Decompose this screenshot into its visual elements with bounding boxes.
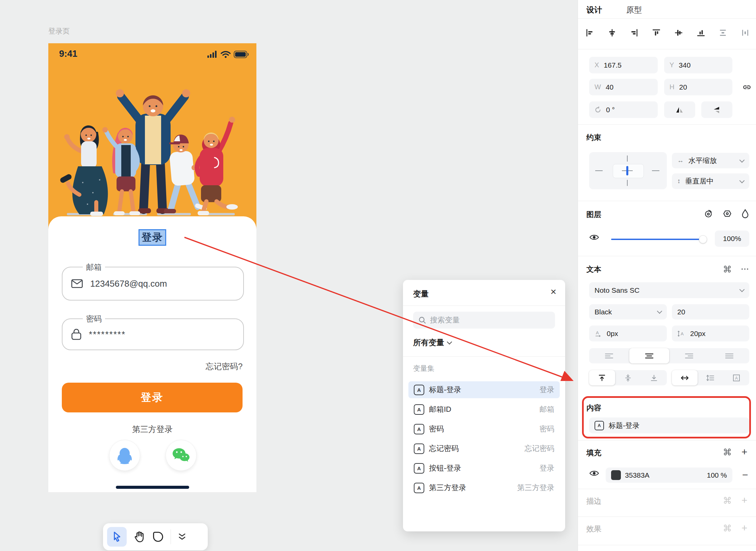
collapse-toolbar-icon[interactable] <box>178 533 186 541</box>
variable-value: 邮箱 <box>539 404 554 414</box>
link-dimensions-icon[interactable] <box>742 83 751 92</box>
hand-tool-icon[interactable] <box>133 531 146 543</box>
variable-set-label: 变量集 <box>413 364 434 373</box>
font-family-select[interactable]: Noto Sans SC <box>589 282 749 298</box>
fill-color-row[interactable]: 35383A 100 % <box>606 468 732 483</box>
forgot-password-link[interactable]: 忘记密码? <box>206 361 243 372</box>
blend-mode-icon[interactable] <box>704 209 713 218</box>
text-variable-icon: A <box>414 483 424 493</box>
align-left-icon[interactable] <box>585 28 594 37</box>
mask-icon[interactable] <box>723 209 732 218</box>
width-input[interactable]: W40 <box>589 79 658 95</box>
variable-name: 密码 <box>429 424 444 434</box>
fill-color-swatch[interactable] <box>611 470 621 480</box>
variable-value: 忘记密码 <box>525 444 554 454</box>
flip-vertical-button[interactable] <box>701 101 732 118</box>
font-weight-select[interactable]: Black <box>589 304 667 319</box>
constraints-widget[interactable] <box>589 152 667 189</box>
variable-row-password[interactable]: A 密码 密码 <box>408 421 560 437</box>
vertical-constraint-select[interactable]: ↕ 垂直居中 <box>672 173 749 189</box>
opacity-value[interactable]: 100% <box>715 231 749 247</box>
add-stroke-icon[interactable]: + <box>741 497 748 504</box>
align-vertical-center-icon[interactable] <box>674 28 683 37</box>
opacity-slider-knob[interactable] <box>699 235 707 243</box>
tab-prototype[interactable]: 原型 <box>626 5 642 15</box>
add-effect-icon[interactable]: + <box>741 525 748 531</box>
horizontal-constraint-select[interactable]: ↔ 水平缩放 <box>672 153 749 168</box>
flip-horizontal-icon <box>676 106 684 114</box>
search-input[interactable]: 搜索变量 <box>413 312 555 329</box>
login-title-selected-text[interactable]: 登录 <box>138 229 166 246</box>
letter-spacing-input[interactable]: A 0px <box>589 326 667 341</box>
w-value: 40 <box>606 83 613 91</box>
effects-styles-icon[interactable] <box>723 524 731 532</box>
close-icon[interactable]: × <box>550 287 556 297</box>
height-input[interactable]: H20 <box>664 79 732 95</box>
font-family-value: Noto Sans SC <box>595 286 639 294</box>
vertical-align-top-button[interactable] <box>589 370 615 385</box>
rotation-input[interactable]: 0 ° <box>589 101 658 118</box>
email-field[interactable]: 邮箱 12345678@qq.com <box>62 267 244 301</box>
comment-tool-icon[interactable] <box>152 531 164 543</box>
fill-styles-icon[interactable] <box>723 448 731 456</box>
distribute-vertical-icon[interactable] <box>719 28 727 37</box>
qq-icon <box>117 447 132 464</box>
text-align-left-button[interactable] <box>589 348 629 363</box>
variable-row-email-id[interactable]: A 邮箱ID 邮箱 <box>408 401 560 418</box>
tab-design[interactable]: 设计 <box>586 5 602 15</box>
variable-value: 密码 <box>539 424 554 434</box>
layer-visibility-eye-icon[interactable] <box>589 233 599 241</box>
vertical-align-bottom-button[interactable] <box>641 370 667 385</box>
variable-value: 登录 <box>539 463 554 473</box>
align-horizontal-center-icon[interactable] <box>608 28 616 37</box>
wechat-login-button[interactable] <box>166 440 197 471</box>
y-input[interactable]: Y340 <box>664 57 732 73</box>
text-styles-icon[interactable] <box>723 265 731 273</box>
lock-icon <box>71 329 81 340</box>
text-align-justify-button[interactable] <box>709 348 750 363</box>
fill-hex-value[interactable]: 35383A <box>625 471 649 479</box>
fill-opacity-value[interactable]: 100 % <box>707 471 727 479</box>
people-illustration <box>48 81 256 217</box>
signal-icon <box>207 51 218 58</box>
constraints-section-title: 约束 <box>586 133 601 143</box>
stroke-styles-icon[interactable] <box>723 496 731 504</box>
text-align-right-button[interactable] <box>669 348 709 363</box>
opacity-drop-icon[interactable] <box>741 209 749 218</box>
fixed-size-button[interactable]: A <box>724 370 749 385</box>
variable-row-third-party[interactable]: A 第三方登录 第三方登录 <box>408 479 560 496</box>
select-tool-button[interactable] <box>107 527 127 547</box>
auto-height-button[interactable] <box>698 370 723 385</box>
distribute-horizontal-icon[interactable] <box>741 28 750 37</box>
font-size-input[interactable]: 20 <box>672 304 749 319</box>
line-height-input[interactable]: A 20px <box>672 326 749 341</box>
constraint-center-handle[interactable] <box>626 166 628 175</box>
align-top-icon[interactable] <box>652 28 661 37</box>
fill-visibility-eye-icon[interactable] <box>589 469 599 477</box>
email-field-value[interactable]: 12345678@qq.com <box>90 279 167 289</box>
frame-label[interactable]: 登录页 <box>48 26 70 36</box>
auto-width-button[interactable] <box>672 370 698 385</box>
flip-horizontal-button[interactable] <box>664 101 695 118</box>
third-party-label: 第三方登录 <box>48 424 256 435</box>
effects-section-title: 效果 <box>586 524 601 534</box>
password-field-value[interactable]: ********* <box>89 329 126 340</box>
phone-frame[interactable]: 9:41 登录 邮箱 12345678@qq.com 密码 <box>48 43 256 492</box>
variables-filter-dropdown[interactable]: 所有变量 <box>413 337 451 348</box>
more-options-icon[interactable] <box>741 268 748 270</box>
vertical-align-middle-button[interactable] <box>615 370 641 385</box>
variable-row-title-login[interactable]: A 标题-登录 登录 <box>408 381 560 398</box>
text-variable-icon: A <box>414 424 424 434</box>
text-align-center-button[interactable] <box>629 348 670 363</box>
opacity-slider-track[interactable] <box>611 239 703 240</box>
add-fill-icon[interactable]: + <box>741 449 748 455</box>
password-field[interactable]: 密码 ********* <box>62 318 244 350</box>
variable-row-forgot-password[interactable]: A 忘记密码 忘记密码 <box>408 440 560 457</box>
remove-fill-icon[interactable]: − <box>742 469 748 481</box>
align-bottom-icon[interactable] <box>697 28 705 37</box>
login-button[interactable]: 登录 <box>62 383 243 412</box>
x-input[interactable]: X167.5 <box>589 57 658 73</box>
align-right-icon[interactable] <box>630 28 638 37</box>
qq-login-button[interactable] <box>109 440 140 471</box>
variable-row-button-login[interactable]: A 按钮-登录 登录 <box>408 460 560 477</box>
